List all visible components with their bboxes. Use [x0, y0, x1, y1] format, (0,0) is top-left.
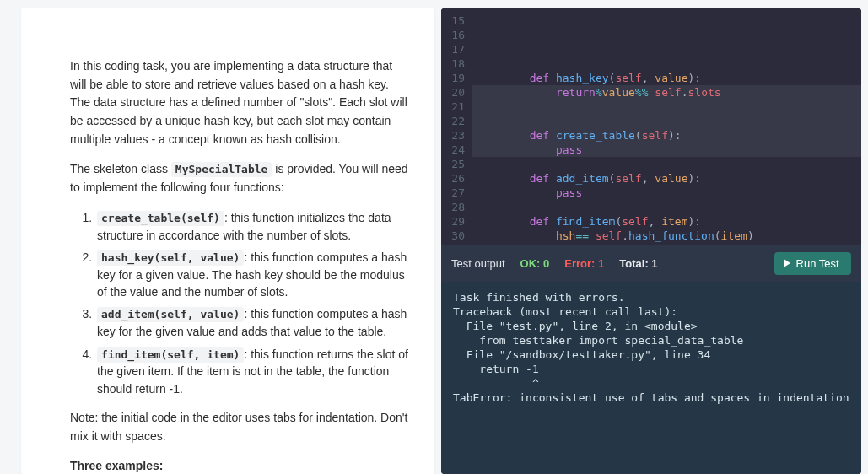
- code-line[interactable]: hsh== self.hash_function(item): [477, 229, 861, 243]
- ok-label: OK:: [520, 257, 541, 270]
- line-number-gutter: 1516171819202122232425262728293031: [441, 8, 472, 245]
- code-line[interactable]: [477, 157, 861, 171]
- error-label: Error:: [564, 257, 595, 270]
- fn-sig: add_item(self, value): [97, 307, 244, 322]
- instructions-pane: In this coding task, you are implementin…: [21, 8, 434, 474]
- intro-paragraph: In this coding task, you are implementin…: [70, 57, 409, 148]
- right-inner: 1516171819202122232425262728293031 def h…: [441, 8, 861, 474]
- code-editor[interactable]: 1516171819202122232425262728293031 def h…: [441, 8, 861, 245]
- code-line[interactable]: pass: [477, 143, 861, 157]
- test-total-count: Total: 1: [619, 257, 657, 270]
- ok-value: 0: [543, 257, 549, 270]
- total-value: 1: [651, 257, 657, 270]
- fn-item: create_table(self): this function initia…: [95, 209, 409, 244]
- code-line[interactable]: def hash_key(self, value):: [477, 71, 861, 85]
- function-list: create_table(self): this function initia…: [95, 209, 409, 397]
- code-line[interactable]: [477, 57, 861, 71]
- fn-sig: hash_key(self, value): [97, 250, 244, 266]
- right-pane: 1516171819202122232425262728293031 def h…: [434, 8, 861, 474]
- test-output-label: Test output: [451, 257, 505, 270]
- test-ok-count: OK: 0: [520, 257, 550, 270]
- app-root: In this coding task, you are implementin…: [0, 0, 868, 474]
- play-icon: [783, 257, 791, 270]
- code-body[interactable]: def hash_key(self, value): return%value%…: [472, 8, 861, 245]
- error-value: 1: [598, 257, 604, 270]
- fn-item: find_item(self, item): this function ret…: [95, 346, 409, 397]
- code-line[interactable]: def add_item(self, value):: [477, 171, 861, 186]
- test-console-output[interactable]: Task finished with errors. Traceback (mo…: [441, 282, 861, 474]
- skeleton-paragraph: The skeleton class MySpecialTable is pro…: [70, 160, 409, 197]
- fn-item: hash_key(self, value): this function com…: [95, 249, 409, 300]
- test-error-count: Error: 1: [564, 257, 604, 270]
- code-line[interactable]: pass: [477, 186, 861, 200]
- total-label: Total:: [619, 257, 648, 270]
- code-line[interactable]: [477, 114, 861, 128]
- fn-item: add_item(self, value): this function com…: [95, 305, 409, 340]
- fn-sig: create_table(self): [97, 211, 224, 226]
- code-line[interactable]: def create_table(self):: [477, 128, 861, 143]
- note-paragraph: Note: the initial code in the editor use…: [70, 409, 409, 445]
- skeleton-pre: The skeleton class: [70, 162, 171, 175]
- code-line[interactable]: [477, 100, 861, 114]
- code-line[interactable]: def find_item(self, item):: [477, 214, 861, 229]
- code-line[interactable]: [477, 200, 861, 214]
- run-test-button[interactable]: Run Test: [774, 252, 851, 275]
- code-line[interactable]: if self.slots[hsh] is None:: [477, 243, 861, 245]
- run-test-label: Run Test: [796, 257, 839, 270]
- test-output-bar: Test output OK: 0 Error: 1 Total: 1: [441, 245, 861, 282]
- skeleton-class-name: MySpecialTable: [171, 162, 272, 177]
- instructions-body: In this coding task, you are implementin…: [45, 24, 426, 474]
- examples-heading: Three examples:: [70, 457, 409, 474]
- code-line[interactable]: return%value%% self.slots: [477, 85, 861, 100]
- fn-sig: find_item(self, item): [97, 347, 244, 363]
